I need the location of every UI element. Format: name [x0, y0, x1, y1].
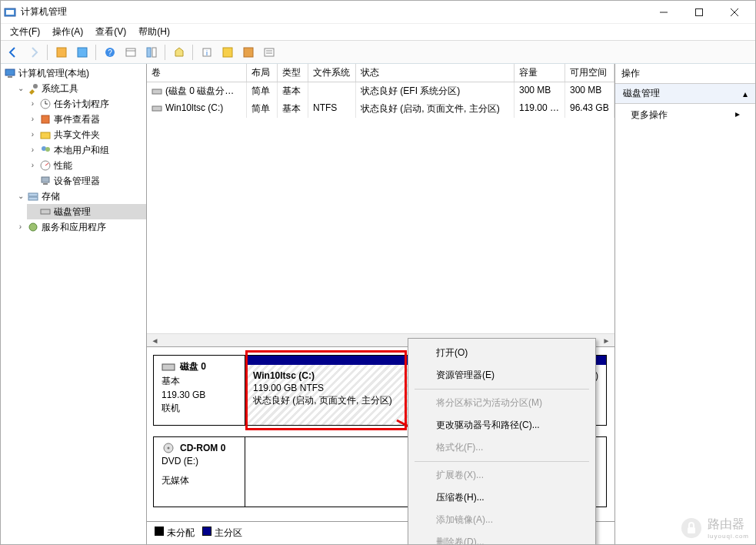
- volume-row[interactable]: Win10ltsc (C:) 简单 基本 NTFS 状态良好 (启动, 页面文件…: [147, 100, 614, 118]
- cdrom-status: 无媒体: [162, 474, 237, 487]
- event-icon: [39, 113, 52, 125]
- cdrom-header[interactable]: CD-ROM 0 DVD (E:) 无媒体: [153, 436, 245, 507]
- disk0-header[interactable]: 磁盘 0 基本 119.30 GB 联机: [153, 355, 245, 426]
- tb-icon-8[interactable]: [239, 44, 257, 61]
- col-status[interactable]: 状态: [356, 64, 515, 82]
- navigation-tree: 计算机管理(本地) ⌄ 系统工具 ›任务计划程序 ›事件查看器: [1, 64, 147, 544]
- app-icon: [4, 6, 16, 18]
- tree-label: 任务计划程序: [54, 97, 109, 111]
- storage-icon: [27, 190, 39, 202]
- tree-performance[interactable]: ›性能: [27, 158, 146, 173]
- tb-icon-2[interactable]: [73, 44, 91, 61]
- svg-rect-22: [8, 76, 12, 78]
- tools-icon: [27, 82, 39, 95]
- tree-shared-folders[interactable]: ›共享文件夹: [27, 127, 146, 142]
- tb-icon-4[interactable]: [142, 44, 160, 61]
- menu-action[interactable]: 操作(A): [46, 24, 89, 40]
- col-volume[interactable]: 卷: [147, 64, 247, 82]
- tree-storage[interactable]: ⌄ 存储: [15, 189, 146, 204]
- col-capacity[interactable]: 容量: [515, 64, 565, 82]
- expand-icon[interactable]: ›: [28, 131, 37, 139]
- actions-section[interactable]: 磁盘管理 ▴: [615, 84, 755, 104]
- volume-row[interactable]: (磁盘 0 磁盘分区 2) 简单 基本 状态良好 (EFI 系统分区) 300 …: [147, 82, 614, 100]
- tree-device-manager[interactable]: 设备管理器: [27, 173, 146, 189]
- context-menu: 打开(O) 资源管理器(E) 将分区标记为活动分区(M) 更改驱动器号和路径(C…: [408, 338, 596, 545]
- scroll-right-icon[interactable]: ►: [600, 335, 613, 346]
- tb-icon-1[interactable]: [52, 44, 70, 61]
- forward-button[interactable]: [25, 44, 42, 61]
- svg-rect-33: [42, 177, 49, 182]
- col-layout[interactable]: 布局: [247, 64, 278, 82]
- tree-label: 存储: [42, 189, 60, 203]
- maximize-button[interactable]: [681, 1, 717, 24]
- disk-icon: [162, 362, 175, 373]
- tb-icon-3[interactable]: [122, 44, 139, 61]
- tree-task-scheduler[interactable]: ›任务计划程序: [27, 96, 146, 112]
- expand-icon[interactable]: ⌄: [16, 85, 25, 93]
- svg-rect-36: [28, 197, 38, 200]
- tree-disk-management[interactable]: 磁盘管理: [27, 204, 146, 219]
- tree-root[interactable]: 计算机管理(本地): [2, 65, 146, 81]
- scroll-left-icon[interactable]: ◄: [148, 335, 162, 346]
- tb-icon-7[interactable]: [218, 44, 236, 61]
- volume-header: 卷 布局 类型 文件系统 状态 容量 可用空间: [147, 64, 614, 82]
- cdrom-label: CD-ROM 0: [180, 443, 225, 453]
- svg-text:i: i: [206, 49, 208, 57]
- svg-point-30: [45, 147, 50, 152]
- tree-local-users[interactable]: ›本地用户和组: [27, 142, 146, 158]
- svg-rect-21: [5, 69, 15, 75]
- disk0-status: 联机: [162, 402, 237, 415]
- close-button[interactable]: [717, 1, 752, 24]
- help-icon[interactable]: ?: [101, 44, 118, 61]
- ctx-change-letter[interactable]: 更改驱动器号和路径(C)...: [410, 414, 594, 436]
- menu-help[interactable]: 帮助(H): [132, 24, 176, 40]
- tree-label: 服务和应用程序: [42, 220, 106, 234]
- menu-view[interactable]: 查看(V): [89, 24, 132, 40]
- tree-system-tools[interactable]: ⌄ 系统工具: [15, 81, 146, 96]
- actions-more-label: 更多操作: [631, 109, 668, 122]
- actions-panel: 操作 磁盘管理 ▴ 更多操作 ▸: [615, 64, 755, 544]
- svg-rect-35: [28, 193, 38, 196]
- disk-icon: [39, 206, 52, 218]
- expand-icon[interactable]: ›: [28, 146, 37, 155]
- svg-point-38: [29, 223, 37, 231]
- svg-point-23: [33, 84, 38, 89]
- svg-rect-17: [244, 48, 253, 57]
- legend-swatch-unallocated: [155, 527, 164, 536]
- vol-free: 96.43 GB: [565, 100, 614, 118]
- drive-icon: [152, 87, 162, 96]
- perf-icon: [39, 159, 52, 172]
- ctx-explorer[interactable]: 资源管理器(E): [410, 364, 594, 386]
- col-free[interactable]: 可用空间: [565, 64, 614, 82]
- tb-icon-6[interactable]: i: [198, 44, 215, 61]
- back-button[interactable]: [4, 44, 22, 61]
- col-type[interactable]: 类型: [278, 64, 308, 82]
- menu-file[interactable]: 文件(F): [4, 24, 46, 40]
- svg-rect-3: [696, 8, 703, 15]
- expand-icon[interactable]: ›: [16, 223, 25, 232]
- legend-swatch-primary: [202, 527, 211, 536]
- tree-event-viewer[interactable]: ›事件查看器: [27, 112, 146, 127]
- ctx-open[interactable]: 打开(O): [410, 342, 594, 364]
- svg-rect-1: [6, 10, 14, 15]
- ctx-shrink[interactable]: 压缩卷(H)...: [410, 486, 594, 509]
- collapse-icon[interactable]: ▴: [743, 89, 748, 99]
- legend-unallocated: 未分配: [167, 527, 195, 538]
- tb-icon-5[interactable]: [170, 44, 188, 61]
- svg-rect-16: [223, 48, 232, 57]
- expand-icon[interactable]: ›: [28, 100, 37, 109]
- expand-icon[interactable]: ›: [28, 115, 37, 124]
- col-fs[interactable]: 文件系统: [308, 64, 356, 82]
- vol-cap: 119.00 GB: [515, 100, 565, 118]
- svg-rect-39: [152, 89, 162, 94]
- tree-services-apps[interactable]: › 服务和应用程序: [15, 219, 146, 235]
- tree-label: 事件查看器: [54, 112, 100, 126]
- actions-more[interactable]: 更多操作 ▸: [615, 104, 755, 126]
- svg-rect-34: [43, 183, 48, 185]
- vol-layout: 简单: [247, 100, 278, 118]
- expand-icon[interactable]: ⌄: [16, 192, 25, 201]
- expand-icon[interactable]: ›: [28, 162, 37, 170]
- tree-label: 共享文件夹: [54, 128, 100, 142]
- tb-icon-9[interactable]: [260, 44, 278, 61]
- minimize-button[interactable]: [646, 1, 681, 24]
